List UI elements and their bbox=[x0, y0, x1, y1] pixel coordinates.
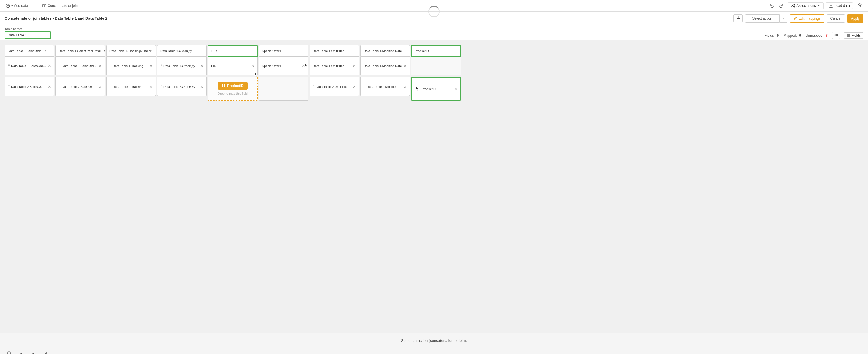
select-action-dropdown-button[interactable] bbox=[780, 14, 787, 23]
load-data-button[interactable]: Load data bbox=[826, 2, 853, 9]
drag-handle[interactable]: ⠿ bbox=[364, 85, 366, 88]
fields-info-bar: Fields: 9 Mapped: 6 Unmapped: 3 bbox=[765, 32, 863, 39]
row2-productid: ProductID ✕ bbox=[411, 78, 461, 100]
remove-button[interactable]: ✕ bbox=[149, 85, 153, 89]
col-orderqty: Data Table 1.OrderQty ⠿ Data Table 1.Ord… bbox=[157, 45, 207, 100]
remove-button[interactable]: ✕ bbox=[48, 64, 51, 68]
bottom-bar: Select an action (concatenation or join)… bbox=[0, 333, 868, 348]
row-separator bbox=[411, 75, 461, 78]
row-separator bbox=[106, 75, 156, 78]
drag-handle[interactable]: ⠿ bbox=[110, 64, 112, 67]
edit-mappings-button[interactable]: Edit mappings bbox=[790, 14, 825, 23]
bottom-icon-2[interactable] bbox=[17, 350, 25, 354]
cell-text: Data Table 2.OrderQty bbox=[163, 85, 199, 88]
svg-point-12 bbox=[836, 34, 837, 35]
cell-text: Data Table 2.SalesOr... bbox=[62, 85, 97, 88]
col-header-trackingnumber: Data Table 1.TrackingNumber bbox=[106, 45, 156, 57]
cell-text: Data Table 1.OrderQty bbox=[163, 64, 199, 68]
row1-trackingnumber: ⠿ Data Table 1.TrackingNu... ✕ bbox=[106, 57, 156, 75]
remove-button[interactable]: ✕ bbox=[48, 85, 51, 89]
table-name-input[interactable] bbox=[5, 31, 51, 39]
undo-button[interactable] bbox=[768, 3, 776, 9]
svg-rect-3 bbox=[42, 5, 44, 7]
col-header-pid: PID bbox=[208, 45, 257, 57]
drag-handle[interactable]: ⠿ bbox=[8, 85, 10, 88]
eye-toggle-button[interactable] bbox=[832, 32, 840, 39]
home-button[interactable] bbox=[855, 2, 865, 9]
col-header-specialofferid: SpecialOfferID bbox=[259, 45, 308, 57]
remove-button[interactable]: ✕ bbox=[251, 64, 254, 68]
cell-text: Data Table 1.SalesOrder... bbox=[62, 64, 97, 68]
row-separator bbox=[208, 75, 257, 78]
row2-trackingnumber: ⠿ Data Table 2.Trackin... ✕ bbox=[106, 78, 156, 96]
col-pid: PID PID ✕ ProductID bbox=[208, 45, 257, 100]
add-data-button[interactable]: + Add data bbox=[3, 3, 30, 9]
remove-button[interactable]: ✕ bbox=[403, 64, 407, 68]
drag-handle[interactable]: ⠿ bbox=[160, 85, 162, 88]
remove-button[interactable]: ✕ bbox=[200, 64, 204, 68]
dragging-pill: ProductID bbox=[218, 82, 247, 90]
row-separator bbox=[360, 75, 410, 78]
svg-point-7 bbox=[794, 4, 795, 5]
table-name-fields-bar: Table name: Fields: 9 Mapped: 6 Unmapped… bbox=[0, 25, 868, 40]
row2-modifieddate: ⠿ Data Table 2.Modifie... ✕ bbox=[360, 78, 410, 96]
col-header-salesorderdetailid: Data Table 1.SalesOrderDetailID bbox=[56, 45, 105, 57]
row1-salesorderid: ⠿ Data Table 1.SalesOrderID ✕ bbox=[5, 57, 54, 75]
row1-pid: PID ✕ bbox=[208, 57, 257, 75]
columns-container: Data Table 1.SalesOrderID ⠿ Data Table 1… bbox=[0, 40, 868, 105]
toolbar-right: Associations Load data bbox=[768, 2, 865, 9]
apply-button[interactable]: Apply bbox=[847, 14, 863, 23]
table-name-label: Table name: bbox=[5, 27, 51, 31]
undo-redo-group bbox=[768, 3, 785, 9]
remove-button[interactable]: ✕ bbox=[403, 85, 407, 89]
row1-salesorderdetailid: ⠿ Data Table 1.SalesOrder... ✕ bbox=[56, 57, 105, 75]
remove-button[interactable]: ✕ bbox=[98, 85, 102, 89]
remove-button[interactable]: ✕ bbox=[149, 64, 153, 68]
cell-text: Data Table 2.UnitPrice bbox=[316, 85, 351, 88]
remove-button[interactable]: ✕ bbox=[352, 64, 356, 68]
toolbar-sep-1 bbox=[35, 3, 35, 9]
redo-button[interactable] bbox=[777, 3, 785, 9]
remove-button[interactable]: ✕ bbox=[200, 85, 204, 89]
col-salesorderdetailid: Data Table 1.SalesOrderDetailID ⠿ Data T… bbox=[56, 45, 105, 100]
bottom-icon-3[interactable] bbox=[29, 350, 37, 354]
select-action-wrapper: Select action bbox=[745, 14, 787, 23]
loading-spinner bbox=[428, 6, 440, 17]
drop-zone-cell[interactable]: ProductID Drop to map this field bbox=[208, 78, 257, 100]
bottom-icon-1[interactable] bbox=[5, 350, 13, 354]
col-specialofferid: SpecialOfferID SpecialOfferID ✕ bbox=[259, 45, 308, 100]
col-header-productid: ProductID bbox=[411, 45, 461, 57]
remove-button[interactable]: ✕ bbox=[454, 87, 457, 91]
row1-modifieddate: Data Table 1.Modified Date ✕ bbox=[360, 57, 410, 75]
drag-handle[interactable]: ⠿ bbox=[8, 64, 10, 67]
drag-handle[interactable]: ⠿ bbox=[110, 85, 112, 88]
bottom-icon-4[interactable] bbox=[41, 350, 50, 354]
drop-text: Drop to map this field bbox=[218, 92, 248, 95]
svg-rect-18 bbox=[222, 86, 223, 87]
fields-total-info: Fields: 9 bbox=[765, 33, 780, 37]
row1-productid-empty bbox=[411, 57, 461, 75]
row-separator bbox=[310, 75, 359, 78]
drag-handle[interactable]: ⠿ bbox=[59, 64, 61, 67]
associations-button[interactable]: Associations bbox=[788, 2, 823, 9]
remove-button[interactable]: ✕ bbox=[98, 64, 102, 68]
bottom-message: Select an action (concatenation or join)… bbox=[401, 338, 467, 343]
svg-point-6 bbox=[791, 5, 792, 6]
drag-cursor-productid bbox=[414, 86, 420, 92]
drag-handle[interactable]: ⠿ bbox=[59, 85, 61, 88]
cell-text: Data Table 2.Trackin... bbox=[113, 85, 148, 88]
concatenate-join-button[interactable]: Concatenate or join bbox=[40, 3, 80, 9]
drag-handle[interactable]: ⠿ bbox=[313, 85, 315, 88]
remove-button[interactable]: ✕ bbox=[352, 85, 356, 89]
svg-point-8 bbox=[794, 6, 795, 7]
swap-tables-button[interactable] bbox=[734, 14, 743, 22]
drag-handle[interactable]: ⠿ bbox=[160, 64, 162, 67]
cancel-button[interactable]: Cancel bbox=[827, 14, 845, 23]
row2-unitprice: ⠿ Data Table 2.UnitPrice ✕ bbox=[310, 78, 359, 96]
cursor-on-cell bbox=[303, 62, 310, 69]
fields-toggle-button[interactable]: Fields bbox=[844, 32, 863, 39]
row2-orderqty: ⠿ Data Table 2.OrderQty ✕ bbox=[157, 78, 207, 96]
loading-spinner-area bbox=[428, 6, 440, 17]
select-action-button[interactable]: Select action bbox=[745, 14, 780, 23]
col-header-unitprice: Data Table 1.UnitPrice bbox=[310, 45, 359, 57]
